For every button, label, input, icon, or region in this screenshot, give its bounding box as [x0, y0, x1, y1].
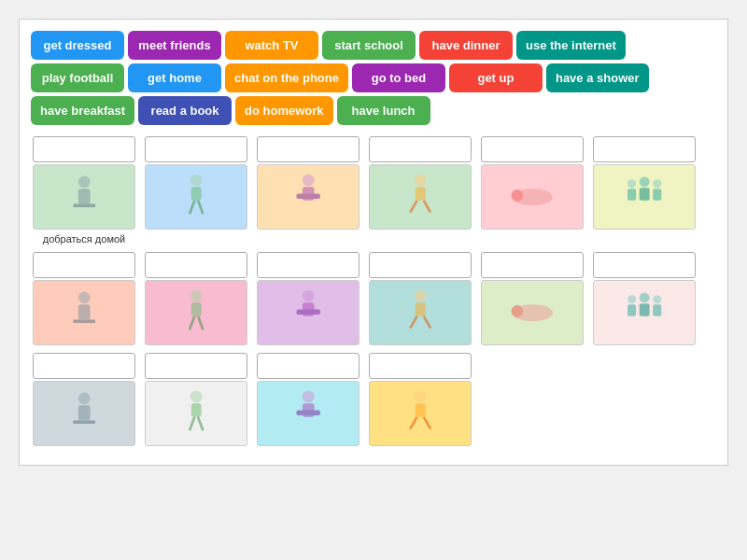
image-placeholder [257, 164, 359, 230]
image-placeholder [369, 381, 472, 446]
svg-point-51 [303, 391, 315, 403]
svg-point-29 [303, 290, 315, 302]
drop-zone[interactable] [257, 136, 359, 162]
word-btn-have-breakfast[interactable]: have breakfast [31, 96, 134, 125]
svg-line-34 [410, 316, 416, 329]
svg-rect-31 [296, 309, 319, 314]
svg-point-54 [415, 391, 427, 403]
drop-column [255, 353, 361, 446]
drop-zone[interactable] [593, 252, 696, 278]
svg-point-3 [190, 175, 203, 187]
svg-line-5 [190, 201, 194, 215]
svg-rect-41 [627, 304, 636, 316]
word-btn-watch-tv[interactable]: watch TV [225, 31, 318, 60]
svg-point-0 [78, 175, 91, 188]
svg-rect-9 [296, 193, 319, 198]
svg-point-7 [303, 175, 315, 187]
svg-rect-45 [78, 405, 91, 420]
word-btn-have-shower[interactable]: have a shower [546, 63, 649, 92]
svg-point-44 [78, 392, 91, 404]
svg-point-17 [640, 176, 650, 187]
drop-column [143, 252, 249, 345]
drop-zone[interactable] [145, 252, 247, 278]
drop-zone[interactable] [33, 136, 135, 162]
drop-zone[interactable] [145, 353, 247, 379]
drop-row-2 [31, 252, 716, 345]
svg-line-12 [410, 201, 416, 213]
drop-zone[interactable] [369, 136, 472, 162]
drop-zone[interactable] [257, 252, 359, 278]
image-placeholder [33, 280, 135, 345]
drop-zone[interactable] [369, 353, 472, 379]
drop-column [367, 353, 473, 446]
svg-line-50 [198, 417, 203, 431]
image-placeholder [145, 280, 247, 345]
drop-zone[interactable] [481, 252, 584, 278]
svg-line-49 [190, 417, 194, 431]
svg-line-56 [410, 417, 416, 429]
drop-column [591, 252, 698, 345]
drop-column [591, 136, 698, 245]
image-placeholder [33, 164, 135, 230]
svg-point-22 [78, 291, 91, 303]
svg-rect-46 [73, 420, 95, 424]
image-placeholder [145, 381, 247, 446]
svg-point-38 [627, 295, 636, 303]
word-btn-read-book[interactable]: read a book [138, 96, 232, 125]
image-placeholder [257, 381, 359, 446]
word-btn-chat-phone[interactable]: chat on the phone [225, 63, 348, 92]
svg-point-37 [511, 305, 523, 317]
word-btn-meet-friends[interactable]: meet friends [128, 31, 221, 60]
drop-zone[interactable] [33, 252, 135, 278]
svg-rect-55 [416, 403, 426, 417]
drop-column [143, 136, 249, 245]
image-placeholder [33, 381, 135, 446]
image-placeholder [145, 164, 247, 230]
drop-zone[interactable] [593, 136, 696, 162]
svg-line-6 [198, 201, 203, 215]
drop-column [367, 252, 473, 345]
image-label: добраться домой [43, 233, 125, 245]
svg-rect-21 [653, 189, 661, 201]
word-btn-do-homework[interactable]: do homework [235, 96, 333, 125]
svg-point-18 [653, 179, 661, 188]
svg-rect-23 [78, 304, 91, 319]
svg-rect-42 [640, 303, 650, 316]
svg-rect-2 [73, 203, 95, 207]
drop-column [479, 136, 585, 245]
drop-zone[interactable] [257, 353, 359, 379]
drop-column [255, 136, 361, 245]
drop-zone[interactable] [145, 136, 247, 162]
word-btn-get-up[interactable]: get up [449, 63, 543, 92]
word-btn-have-dinner[interactable]: have dinner [419, 31, 513, 60]
svg-rect-43 [653, 304, 661, 316]
word-btn-get-home[interactable]: get home [128, 63, 221, 92]
image-placeholder [369, 280, 472, 345]
svg-line-13 [424, 201, 430, 213]
word-btn-go-to-bed[interactable]: go to bed [352, 63, 445, 92]
drop-row-3 [31, 353, 716, 446]
word-btn-start-school[interactable]: start school [322, 31, 416, 60]
word-btn-have-lunch[interactable]: have lunch [337, 96, 430, 125]
image-placeholder [593, 164, 696, 230]
svg-line-35 [424, 316, 430, 329]
drop-column: добраться домой [31, 136, 137, 245]
svg-point-47 [190, 391, 203, 403]
image-placeholder [593, 280, 696, 345]
svg-rect-24 [73, 319, 95, 323]
word-bank: get dressedmeet friendswatch TVstart sch… [31, 31, 716, 125]
svg-rect-1 [78, 189, 91, 203]
word-btn-use-internet[interactable]: use the internet [516, 31, 626, 60]
word-btn-get-dressed[interactable]: get dressed [31, 31, 124, 60]
drop-column [31, 353, 137, 446]
drop-zone[interactable] [481, 136, 584, 162]
svg-rect-33 [416, 302, 426, 316]
drop-zone[interactable] [33, 353, 135, 379]
drop-row-1: добраться домой [31, 136, 716, 245]
svg-line-57 [424, 417, 430, 429]
svg-rect-19 [627, 189, 636, 201]
drop-zone[interactable] [369, 252, 472, 278]
drop-column [479, 252, 585, 345]
word-btn-play-football[interactable]: play football [31, 63, 124, 92]
svg-point-32 [415, 290, 427, 302]
